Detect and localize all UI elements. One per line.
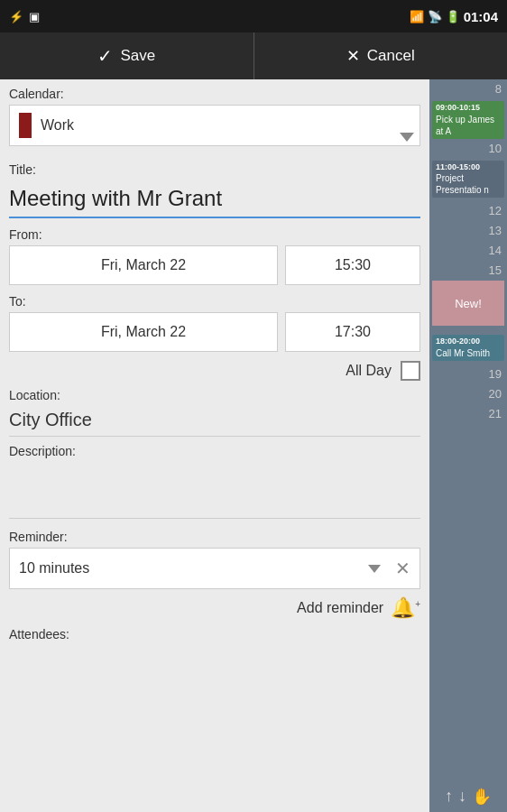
cal-day-12: 12 <box>429 201 507 221</box>
allday-checkbox[interactable] <box>401 361 420 381</box>
cal-day-num: 21 <box>429 406 507 422</box>
event-title: Project Presentatio n <box>436 172 501 196</box>
cal-day-9: 09:00-10:15 Pick up James at A 10 <box>429 99 507 159</box>
signal-icon: 📡 <box>428 10 442 23</box>
from-datetime-row: Fri, March 22 15:30 <box>9 245 420 285</box>
close-icon: ✕ <box>346 46 360 66</box>
calendar-name: Work <box>41 117 410 134</box>
cal-day-21: 21 <box>429 404 507 424</box>
cal-day-num-9: 10 <box>429 141 507 157</box>
cal-bottom-icons: ↑ ↓ ✋ <box>429 781 507 812</box>
chevron-down-icon <box>400 133 414 142</box>
cal-day-num: 8 <box>429 81 507 97</box>
cal-day-num: 15 <box>429 263 507 279</box>
event-title: Pick up James at A <box>436 114 501 137</box>
from-section: From: Fri, March 22 15:30 <box>0 218 429 285</box>
to-label: To: <box>9 294 420 309</box>
attendees-label: Attendees: <box>9 627 420 641</box>
from-date-button[interactable]: Fri, March 22 <box>9 245 278 285</box>
calendar-color-indicator <box>19 113 32 138</box>
save-label: Save <box>120 47 155 65</box>
from-label: From: <box>9 227 420 242</box>
status-left-icons: ⚡ ▣ <box>9 10 40 23</box>
calendar-panel: 8 09:00-10:15 Pick up James at A 10 11:0… <box>429 79 507 812</box>
event-time: 18:00-20:00 <box>436 337 501 347</box>
main-layout: Calendar: Work Title: From: Fri, March 2… <box>0 79 507 812</box>
cal-day-num: 14 <box>429 243 507 259</box>
cal-day-num: 12 <box>429 203 507 219</box>
reminder-value: 10 minutes <box>19 560 368 577</box>
title-label: Title: <box>9 162 420 177</box>
status-right: 📶 📡 🔋 01:04 <box>410 9 498 24</box>
description-label: Description: <box>9 444 420 458</box>
to-date-button[interactable]: Fri, March 22 <box>9 312 278 352</box>
to-section: To: Fri, March 22 17:30 <box>0 285 429 352</box>
description-section: Description: <box>0 437 429 522</box>
title-section: Title: <box>0 155 429 177</box>
reminder-label: Reminder: <box>9 530 420 544</box>
cal-day-19: 19 <box>429 364 507 384</box>
arrow-up-icon[interactable]: ↑ <box>445 787 453 807</box>
cal-day-14: 14 <box>429 241 507 261</box>
description-input[interactable] <box>9 462 420 519</box>
status-bar: ⚡ ▣ 📶 📡 🔋 01:04 <box>0 0 507 32</box>
to-time-button[interactable]: 17:30 <box>285 312 420 352</box>
cal-event-callmrsmith[interactable]: 18:00-20:00 Call Mr Smith <box>432 335 504 361</box>
from-time-button[interactable]: 15:30 <box>285 245 420 285</box>
chevron-down-icon <box>368 565 381 573</box>
location-label: Location: <box>9 388 420 402</box>
cancel-button[interactable]: ✕ Cancel <box>254 32 508 79</box>
attendees-section: Attendees: <box>0 620 429 654</box>
wifi-icon: 📶 <box>410 10 424 23</box>
clock: 01:04 <box>464 9 498 24</box>
form-panel: Calendar: Work Title: From: Fri, March 2… <box>0 79 429 812</box>
arrow-down-icon[interactable]: ↓ <box>458 787 466 807</box>
allday-label: All Day <box>346 363 392 379</box>
sim-icon: ▣ <box>29 10 40 23</box>
event-time: 11:00-15:00 <box>436 162 501 173</box>
cal-day-13: 13 <box>429 221 507 241</box>
add-reminder-row: Add reminder 🔔+ <box>0 589 429 620</box>
calendar-label: Calendar: <box>9 87 420 101</box>
reminder-row: 10 minutes ✕ <box>9 548 420 589</box>
bell-plus-icon[interactable]: 🔔+ <box>391 596 420 620</box>
cal-day-20: 20 <box>429 384 507 404</box>
cal-day-8: 8 <box>429 79 507 99</box>
event-title: Call Mr Smith <box>436 347 501 359</box>
cal-day-num: 19 <box>429 366 507 383</box>
action-bar: ✓ Save ✕ Cancel <box>0 32 507 79</box>
checkmark-icon: ✓ <box>97 45 113 67</box>
event-time: 09:00-10:15 <box>436 103 501 114</box>
cal-event-project[interactable]: 11:00-15:00 Project Presentatio n <box>432 161 504 198</box>
allday-row: All Day <box>0 352 429 381</box>
cal-day-num: 13 <box>429 223 507 239</box>
hand-icon[interactable]: ✋ <box>472 787 492 807</box>
cal-day-11: 11:00-15:00 Project Presentatio n <box>429 159 507 202</box>
reminder-section: Reminder: 10 minutes ✕ <box>0 522 429 589</box>
title-input-wrap <box>0 180 429 218</box>
location-input[interactable] <box>9 406 420 437</box>
calendar-section: Calendar: <box>0 79 429 101</box>
cancel-label: Cancel <box>367 47 415 65</box>
add-reminder-label: Add reminder <box>297 600 383 616</box>
cal-event-pickup[interactable]: 09:00-10:15 Pick up James at A <box>432 101 504 139</box>
reminder-close-icon[interactable]: ✕ <box>395 558 410 579</box>
battery-icon: 🔋 <box>446 10 460 23</box>
location-section: Location: <box>0 381 429 437</box>
save-button[interactable]: ✓ Save <box>0 32 254 79</box>
calendar-dropdown[interactable]: Work <box>9 105 420 146</box>
cal-day-15: 15 New! <box>429 261 507 329</box>
title-input[interactable] <box>9 182 420 218</box>
cal-day-num: 20 <box>429 386 507 402</box>
cal-event-new[interactable]: New! <box>432 281 504 326</box>
cal-day-18: 18:00-20:00 Call Mr Smith <box>429 333 507 364</box>
usb-icon: ⚡ <box>9 10 23 23</box>
to-datetime-row: Fri, March 22 17:30 <box>9 312 420 352</box>
